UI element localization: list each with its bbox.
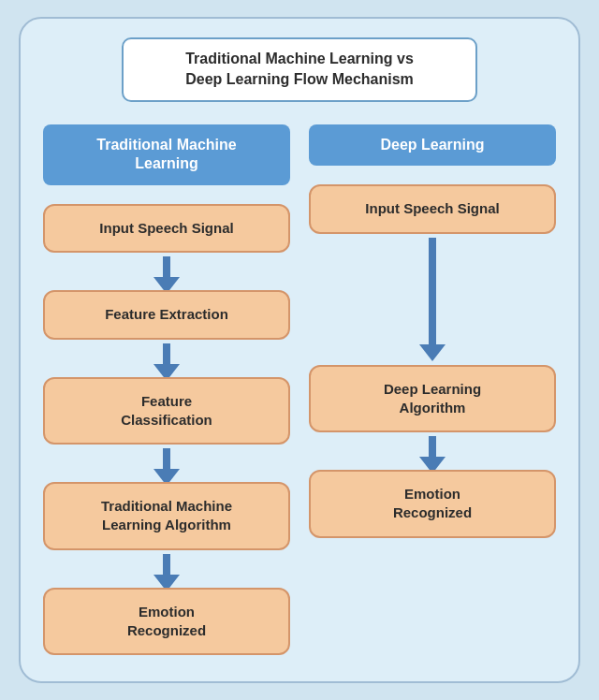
title-line1: Traditional Machine Learning vs [185,51,414,66]
deep-learning-header: Deep Learning [309,124,556,167]
traditional-ml-column: Traditional MachineLearning Input Speech… [43,124,290,656]
diagram-container: Traditional Machine Learning vs Deep Lea… [19,17,580,683]
arrow-4 [43,550,290,588]
deep-arrow-long [309,234,556,365]
main-title: Traditional Machine Learning vs Deep Lea… [122,37,477,102]
deep-learning-column: Deep Learning Input Speech Signal Deep L… [309,124,556,656]
arrow-1 [43,253,290,290]
columns-layout: Traditional MachineLearning Input Speech… [43,124,556,656]
traditional-ml-header: Traditional MachineLearning [43,124,290,186]
arrow-3 [43,445,290,482]
trad-ml-algorithm: Traditional MachineLearning Algorithm [43,482,290,550]
trad-emotion-recognized: EmotionRecognized [43,588,290,656]
arrow-2 [43,340,290,377]
trad-input-speech-signal: Input Speech Signal [43,204,290,253]
deep-input-speech-signal: Input Speech Signal [309,184,556,233]
deep-emotion-recognized: EmotionRecognized [309,470,556,538]
trad-feature-extraction: Feature Extraction [43,290,290,339]
deep-learning-algorithm: Deep LearningAlgorithm [309,365,556,433]
trad-feature-classification: FeatureClassification [43,377,290,445]
deep-arrow-2 [309,432,556,470]
title-line2: Deep Learning Flow Mechanism [185,71,414,87]
